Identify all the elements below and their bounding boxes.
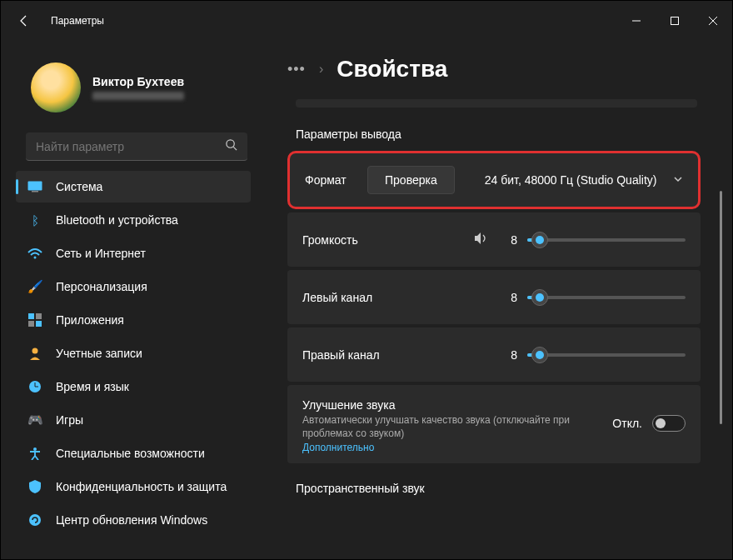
right-channel-label: Правый канал [302, 348, 501, 362]
gamepad-icon: 🎮 [27, 412, 42, 428]
svg-rect-11 [28, 321, 34, 327]
svg-point-13 [32, 348, 38, 354]
minimize-button[interactable] [617, 8, 656, 34]
nav-bluetooth[interactable]: ᛒBluetooth и устройства [16, 204, 251, 236]
nav-time-language[interactable]: Время и язык [16, 371, 251, 402]
clock-icon [27, 379, 42, 394]
accessibility-icon [27, 446, 42, 461]
profile-name: Виктор Бухтеев [92, 75, 184, 88]
maximize-button[interactable] [656, 8, 694, 34]
main-content: ••• › Свойства Параметры вывода Формат П… [259, 41, 732, 559]
profile-block[interactable]: Виктор Бухтеев [7, 48, 259, 132]
left-channel-value: 8 [501, 291, 517, 304]
person-icon [27, 346, 42, 361]
nav-privacy[interactable]: Конфиденциальность и защита [16, 471, 251, 502]
nav-system[interactable]: Система [16, 171, 251, 202]
chevron-right-icon: › [319, 62, 323, 77]
sidebar: Виктор Бухтеев Система ᛒBluetooth и устр… [1, 41, 259, 559]
svg-point-17 [33, 448, 37, 451]
enhance-toggle-label: Откл. [612, 417, 642, 430]
right-channel-slider[interactable] [527, 353, 686, 357]
volume-row: Громкость 8 [287, 212, 701, 267]
volume-value: 8 [501, 233, 517, 247]
format-label: Формат [305, 173, 363, 187]
profile-email [92, 92, 184, 100]
enhance-toggle[interactable] [652, 415, 686, 432]
back-button[interactable] [14, 11, 34, 31]
settings-window: Параметры Виктор Бухтеев [0, 0, 733, 560]
apps-icon [27, 312, 42, 328]
svg-rect-12 [36, 321, 42, 327]
avatar [31, 62, 81, 112]
collapsed-card [296, 99, 697, 108]
svg-line-5 [233, 147, 237, 150]
nav-network[interactable]: Сеть и Интернет [16, 238, 251, 269]
speaker-icon[interactable] [474, 232, 489, 248]
svg-point-8 [34, 257, 37, 259]
left-channel-slider[interactable] [527, 296, 686, 299]
nav-apps[interactable]: Приложения [16, 304, 251, 336]
enhance-card: Улучшение звука Автоматически улучшать к… [287, 385, 701, 463]
format-value[interactable]: 24 бит, 48000 Гц (Studio Quality) [485, 173, 673, 187]
left-channel-label: Левый канал [302, 291, 501, 304]
svg-point-4 [227, 140, 234, 148]
svg-rect-1 [671, 18, 679, 25]
nav-windows-update[interactable]: Центр обновления Windows [16, 504, 251, 536]
window-title: Параметры [51, 15, 104, 27]
svg-point-18 [29, 514, 41, 526]
svg-rect-6 [28, 182, 42, 191]
section-output-params: Параметры вывода [296, 128, 731, 141]
brush-icon: 🖌️ [27, 279, 42, 294]
nav-personalization[interactable]: 🖌️Персонализация [16, 271, 251, 302]
bluetooth-icon: ᛒ [27, 212, 42, 228]
enhance-title: Улучшение звука [302, 398, 612, 412]
search-input[interactable] [36, 140, 225, 153]
left-channel-row: Левый канал 8 [287, 270, 701, 324]
close-button[interactable] [694, 8, 732, 34]
titlebar: Параметры [1, 1, 732, 41]
wifi-icon [27, 246, 42, 261]
section-spatial-sound: Пространственный звук [296, 482, 731, 495]
volume-slider[interactable] [527, 238, 686, 242]
nav-accessibility[interactable]: Специальные возможности [16, 438, 251, 469]
page-title: Свойства [337, 56, 447, 82]
nav-gaming[interactable]: 🎮Игры [16, 404, 251, 436]
volume-label: Громкость [302, 233, 474, 247]
nav-accounts[interactable]: Учетные записи [16, 338, 251, 369]
breadcrumb: ••• › Свойства [287, 56, 731, 82]
breadcrumb-more[interactable]: ••• [287, 61, 306, 78]
search-icon [225, 138, 237, 154]
update-icon [27, 512, 42, 528]
shield-icon [27, 479, 42, 494]
svg-rect-10 [36, 313, 42, 319]
test-button[interactable]: Проверка [367, 166, 455, 194]
scrollbar[interactable] [720, 166, 722, 542]
enhance-subtitle: Автоматически улучшать качество звука (о… [302, 413, 612, 440]
chevron-down-icon[interactable] [673, 173, 683, 187]
nav-list: Система ᛒBluetooth и устройства Сеть и И… [7, 171, 259, 559]
svg-rect-7 [32, 191, 38, 192]
enhance-more-link[interactable]: Дополнительно [302, 442, 374, 453]
search-box[interactable] [26, 132, 247, 161]
display-icon [27, 179, 42, 194]
right-channel-value: 8 [501, 348, 517, 362]
svg-rect-9 [28, 313, 34, 319]
format-card: Формат Проверка 24 бит, 48000 Гц (Studio… [287, 151, 701, 209]
right-channel-row: Правый канал 8 [287, 328, 701, 382]
